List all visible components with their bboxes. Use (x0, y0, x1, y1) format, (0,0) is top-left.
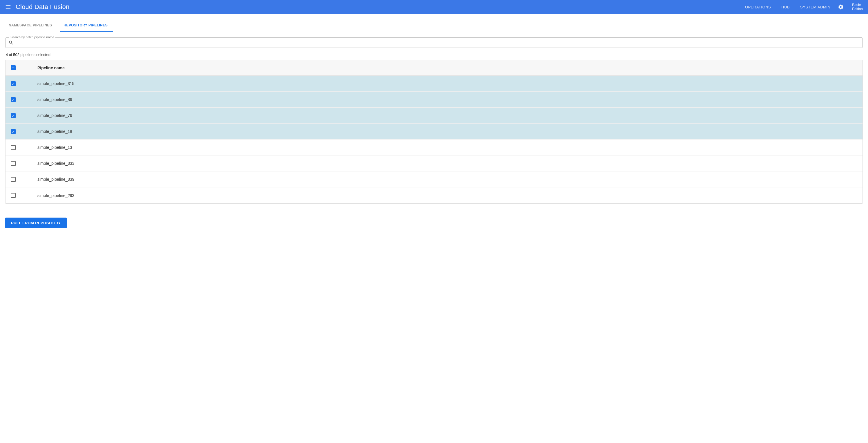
hamburger-menu-icon[interactable] (3, 2, 13, 11)
header-divider (849, 3, 849, 11)
app-header: Cloud Data Fusion OPERATIONS HUB SYSTEM … (0, 0, 868, 14)
row-checkbox[interactable] (11, 193, 16, 198)
action-bar: PULL FROM REPOSITORY (0, 209, 868, 234)
row-checkbox[interactable] (11, 145, 16, 150)
table-row[interactable]: simple_pipeline_333 (5, 155, 863, 172)
table-header-row: Pipeline name (5, 60, 863, 76)
table-row[interactable]: simple_pipeline_86 (5, 92, 863, 108)
row-checkbox[interactable] (11, 129, 16, 134)
edition-line1: Basic (852, 3, 863, 7)
table-row[interactable]: simple_pipeline_315 (5, 76, 863, 92)
pipeline-name-cell: simple_pipeline_18 (37, 129, 863, 134)
table-row[interactable]: simple_pipeline_76 (5, 108, 863, 124)
main-content: Search by batch pipeline name 4 of 502 p… (0, 32, 868, 209)
pipeline-table: Pipeline name simple_pipeline_315simple_… (5, 60, 863, 204)
row-checkbox[interactable] (11, 161, 16, 166)
row-checkbox[interactable] (11, 113, 16, 118)
search-wrap: Search by batch pipeline name (5, 37, 863, 48)
col-header-pipeline-name: Pipeline name (37, 65, 863, 70)
pipeline-name-cell: simple_pipeline_339 (37, 177, 863, 182)
search-icon (8, 40, 13, 45)
pipeline-name-cell: simple_pipeline_293 (37, 193, 863, 198)
app-title: Cloud Data Fusion (16, 3, 69, 11)
nav-hub[interactable]: HUB (776, 5, 795, 9)
pipeline-name-cell: simple_pipeline_76 (37, 113, 863, 118)
edition-line2: Edition (852, 7, 863, 11)
row-checkbox[interactable] (11, 81, 16, 86)
table-row[interactable]: simple_pipeline_339 (5, 172, 863, 187)
pipeline-tabs: NAMESPACE PIPELINES REPOSITORY PIPELINES (0, 19, 868, 32)
nav-operations[interactable]: OPERATIONS (740, 5, 776, 9)
tab-repository-pipelines[interactable]: REPOSITORY PIPELINES (60, 19, 113, 32)
search-input[interactable] (16, 40, 860, 45)
search-label: Search by batch pipeline name (9, 35, 55, 39)
pipeline-name-cell: simple_pipeline_13 (37, 145, 863, 150)
pipeline-name-cell: simple_pipeline_333 (37, 161, 863, 166)
table-row[interactable]: simple_pipeline_293 (5, 187, 863, 203)
pipeline-name-cell: simple_pipeline_86 (37, 97, 863, 102)
row-checkbox[interactable] (11, 177, 16, 182)
edition-label: Basic Edition (852, 3, 865, 11)
select-all-checkbox[interactable] (11, 65, 16, 70)
pipeline-name-cell: simple_pipeline_315 (37, 81, 863, 86)
search-box[interactable] (5, 37, 863, 48)
row-checkbox[interactable] (11, 97, 16, 102)
table-row[interactable]: simple_pipeline_18 (5, 124, 863, 140)
nav-system-admin[interactable]: SYSTEM ADMIN (795, 5, 836, 9)
settings-gear-icon[interactable] (836, 2, 846, 12)
tab-namespace-pipelines[interactable]: NAMESPACE PIPELINES (5, 19, 57, 32)
pull-from-repository-button[interactable]: PULL FROM REPOSITORY (5, 217, 67, 228)
table-row[interactable]: simple_pipeline_13 (5, 140, 863, 155)
selection-count: 4 of 502 pipelines selected (6, 53, 863, 57)
